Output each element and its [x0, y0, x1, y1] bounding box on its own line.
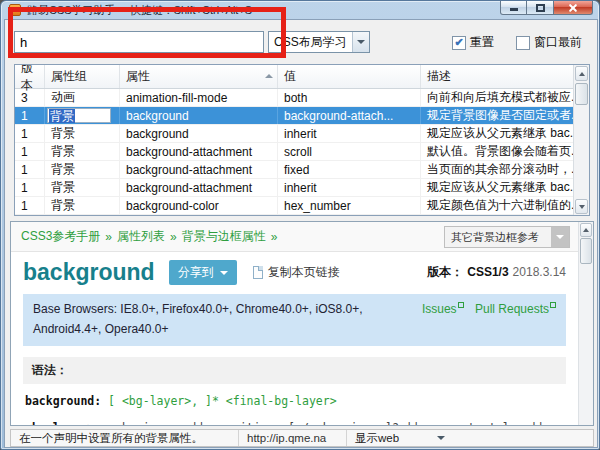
- cell-desc: 当页面的其余部分滚动时，...: [421, 161, 573, 178]
- cell-group: 背景: [45, 197, 120, 214]
- syntax-property-value: [ <bg-layer>, ]* <final-bg-layer>: [101, 394, 336, 408]
- breadcrumb-separator: »: [271, 230, 278, 244]
- cell-value: inherit: [278, 125, 421, 142]
- minimize-button[interactable]: [500, 1, 527, 15]
- window-topmost-checkbox[interactable]: 窗口最前: [516, 34, 582, 51]
- cell-group: 背景: [45, 161, 120, 178]
- cell-desc: 规定颜色值为十六进制值的...: [421, 197, 573, 214]
- property-page-title: background: [23, 259, 155, 286]
- repo-links: Issues Pull Requests: [422, 299, 556, 340]
- triangle-down-icon: [579, 205, 585, 209]
- maximize-button[interactable]: [527, 1, 553, 15]
- cell-version: 1: [15, 143, 45, 160]
- related-reference-dropdown[interactable]: 其它背景边框参考: [444, 226, 570, 248]
- chevron-down-icon: [556, 235, 564, 239]
- breadcrumb: CSS3参考手册 » 属性列表 » 背景与边框属性 » 其它背景边框参考: [11, 222, 578, 252]
- close-button[interactable]: [553, 1, 593, 15]
- share-button[interactable]: 分享到: [169, 260, 237, 285]
- cell-group: 动画: [45, 89, 120, 106]
- external-link-icon: [550, 302, 556, 308]
- table-scrollbar[interactable]: [573, 65, 589, 215]
- external-link-icon: [458, 302, 464, 308]
- share-button-label: 分享到: [178, 264, 214, 281]
- header-group[interactable]: 属性组: [45, 65, 120, 88]
- display-mode-value: 显示web: [355, 431, 399, 446]
- cell-value: scroll: [278, 143, 421, 160]
- chevron-down-icon: [437, 436, 445, 440]
- table-row[interactable]: 1 背景 background-color hex_number 规定颜色值为十…: [15, 197, 573, 215]
- table-scrollbar-thumb[interactable]: [575, 83, 588, 105]
- category-dropdown[interactable]: CSS布局学习: [268, 31, 370, 53]
- reference-panel: CSS3参考手册 » 属性列表 » 背景与边框属性 » 其它背景边框参考 bac…: [10, 221, 594, 426]
- window-controls: [500, 1, 593, 15]
- cell-value: both: [278, 89, 421, 106]
- table-row[interactable]: 1 背景 background inherit 规定应该从父元素继承 bac..…: [15, 125, 573, 143]
- chevron-down-icon: [220, 271, 228, 275]
- pull-requests-link[interactable]: Pull Requests: [475, 302, 549, 316]
- reset-checkbox-label: 重置: [470, 34, 494, 51]
- header-property-label: 属性: [126, 68, 150, 85]
- cell-property: background-attachment: [120, 161, 278, 178]
- table-row[interactable]: 3 动画 animation-fill-mode both 向前和向后填充模式都…: [15, 89, 573, 107]
- search-input[interactable]: [14, 31, 264, 53]
- breadcrumb-home-link[interactable]: CSS3参考手册: [21, 228, 100, 245]
- header-version[interactable]: 版本: [15, 65, 45, 88]
- table-row[interactable]: 1 背景 background-attachment scroll 默认值。背景…: [15, 143, 573, 161]
- reference-scrollbar-thumb[interactable]: [580, 238, 592, 264]
- version-date: 2018.3.14: [513, 265, 566, 279]
- client-area: CSS布局学习 ✔ 重置 窗口最前 版本 属性组 属性: [4, 19, 598, 448]
- app-icon: [9, 4, 21, 16]
- group-edit-input[interactable]: 背景: [47, 108, 111, 123]
- issues-link[interactable]: Issues: [422, 302, 457, 316]
- copy-page-link[interactable]: 复制本页链接: [253, 264, 340, 281]
- chevron-down-icon: [357, 40, 365, 44]
- cell-version: 1: [15, 161, 45, 178]
- scroll-up-button[interactable]: [575, 66, 588, 81]
- header-desc[interactable]: 描述: [421, 65, 573, 88]
- cell-version: 1: [15, 125, 45, 142]
- version-label: 版本：: [427, 264, 463, 281]
- property-table: 版本 属性组 属性 值 描述 3 动画 animation-f: [14, 64, 590, 216]
- triangle-up-icon: [583, 228, 589, 232]
- reference-scrollbar[interactable]: [578, 222, 593, 425]
- syntax-heading: 语法：: [23, 357, 566, 384]
- status-url[interactable]: http://ip.qme.na: [239, 430, 347, 446]
- reset-checkbox-box[interactable]: ✔: [452, 36, 466, 50]
- cell-property: background-color: [120, 197, 278, 214]
- syntax-property-name: background:: [25, 394, 101, 408]
- window-topmost-checkbox-box[interactable]: [516, 36, 530, 50]
- copy-page-link-label: 复制本页链接: [268, 264, 340, 281]
- category-dropdown-value: CSS布局学习: [269, 34, 352, 51]
- cell-desc: 规定应该从父元素继承 bac...: [421, 125, 573, 142]
- header-property[interactable]: 属性: [120, 65, 278, 88]
- display-mode-dropdown[interactable]: 显示web: [347, 430, 593, 446]
- table-row[interactable]: 1 背景 background-attachment inherit 规定应该从…: [15, 179, 573, 197]
- related-reference-dropdown-button[interactable]: [551, 227, 569, 247]
- window-title: 路易CSS学习助手: [27, 3, 116, 18]
- version-value: CSS1/3: [467, 265, 508, 279]
- related-reference-value: 其它背景边框参考: [445, 227, 551, 247]
- cell-value: inherit: [278, 179, 421, 196]
- hotkey-label: 快捷键：Shift+Ctrl+Alt+S: [130, 3, 253, 18]
- table-row[interactable]: 1 背景 background-attachment fixed 当页面的其余部…: [15, 161, 573, 179]
- header-value[interactable]: 值: [278, 65, 421, 88]
- table-row-selected[interactable]: 1 背景 background background-attach... 规定背…: [15, 107, 573, 125]
- syntax-bg-layer-value: = <bg-image> || <position> [ / <bg-size>…: [25, 421, 544, 425]
- cell-desc: 默认值。背景图像会随着页...: [421, 143, 573, 160]
- cell-desc: 规定应该从父元素继承 bac...: [421, 179, 573, 196]
- cell-version: 1: [15, 179, 45, 196]
- table-body: 3 动画 animation-fill-mode both 向前和向后填充模式都…: [15, 89, 573, 215]
- breadcrumb-category-link[interactable]: 背景与边框属性: [182, 228, 266, 245]
- syntax-line-background: background: [ <bg-layer>, ]* <final-bg-l…: [23, 393, 566, 411]
- cell-version: 1: [15, 107, 45, 124]
- cell-property: background: [120, 107, 278, 124]
- breadcrumb-separator: »: [170, 230, 177, 244]
- scroll-down-button[interactable]: [575, 199, 588, 214]
- category-dropdown-button[interactable]: [352, 32, 369, 52]
- cell-desc: 向前和向后填充模式都被应...: [421, 89, 573, 106]
- scroll-up-button[interactable]: [580, 223, 592, 237]
- breadcrumb-properties-link[interactable]: 属性列表: [117, 228, 165, 245]
- cell-property: animation-fill-mode: [120, 89, 278, 106]
- page-icon: [253, 266, 263, 279]
- reset-checkbox[interactable]: ✔ 重置: [452, 34, 494, 51]
